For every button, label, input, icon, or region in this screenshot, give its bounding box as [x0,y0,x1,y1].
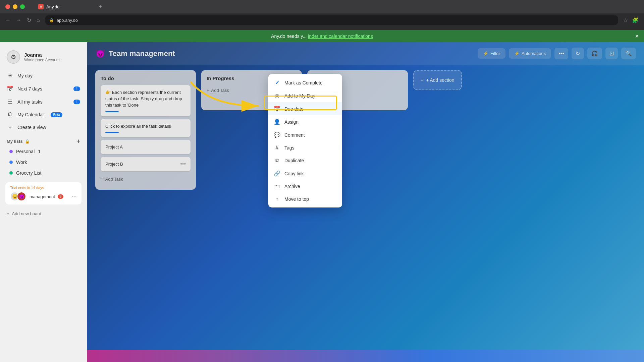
plus-icon: + [7,124,13,130]
menu-comment-label: Comment [284,132,305,138]
my-day-label: My day [17,73,33,78]
create-view-label: Create a view [17,125,46,130]
extensions-icon[interactable]: 🧩 [632,17,639,23]
add-list-button[interactable]: + [76,138,80,145]
trial-banner: Trial ends in 14 days 😊 😈 management 5 ⋯ [5,182,82,204]
app-container: ⚙ Joanna Workspace Account ☀ My day 📅 Ne… [0,42,644,362]
next-7-label: Next 7 days [17,86,42,92]
menu-assign-label: Assign [284,119,299,125]
calendar3-icon: 📅 [274,106,280,112]
menu-tags-label: Tags [284,145,294,150]
user-info: Joanna Workspace Account [24,52,60,62]
add-board-label: Add new board [12,211,41,216]
menu-item-copy-link[interactable]: 🔗 Copy link [268,167,342,180]
minimize-button[interactable] [13,4,17,9]
threads-options[interactable]: ⋯ [71,193,77,200]
menu-archive-label: Archive [284,184,300,189]
menu-mark-complete-label: Mark as Complete [284,80,323,85]
notif-link[interactable]: inder and calendar notifications [308,34,373,39]
notification-banner: Any.do needs y... inder and calendar not… [0,30,644,42]
threads-name: management [30,194,55,199]
menu-item-archive[interactable]: 🗃 Archive [268,180,342,193]
tab-favicon: A [38,4,44,9]
check-icon: ✓ [274,79,280,86]
maximize-button[interactable] [20,4,25,9]
menu-item-due-date[interactable]: 📅 Due date [268,102,342,115]
tasks-icon: ☰ [7,99,13,105]
address-bar-row: ← → ↻ ⌂ 🔒 app.any.do ☆ 🧩 [0,13,644,27]
title-bar: A Any.do + [0,0,644,13]
user-account: Workspace Account [24,58,60,62]
menu-copy-link-label: Copy link [284,171,304,176]
person-icon: 👤 [274,119,280,125]
close-button[interactable] [5,4,10,9]
browser-actions: ☆ 🧩 [623,17,639,23]
reload-button[interactable]: ↻ [27,17,31,23]
sidebar-item-create-view[interactable]: + Create a view [3,121,84,134]
browser-tab[interactable]: A Any.do [33,2,93,11]
notif-close-button[interactable]: × [635,33,639,40]
sidebar-item-my-day[interactable]: ☀ My day [3,69,84,82]
comment-icon: 💬 [274,132,280,138]
sidebar-item-next-7-days[interactable]: 📅 Next 7 days 1 [3,82,84,95]
tab-label: Any.do [46,4,60,9]
menu-due-date-label: Due date [284,106,304,112]
tag-icon: # [274,145,280,151]
sun2-icon: ◎ [274,93,280,99]
back-button[interactable]: ← [5,17,11,23]
user-name: Joanna [24,52,60,58]
my-lists-section: My lists 🔒 + [0,134,87,146]
threads-badge: 5 [58,194,64,199]
personal-badge: 1 [38,149,41,154]
menu-duplicate-label: Duplicate [284,158,304,163]
work-label: Work [16,160,27,165]
user-section[interactable]: ⚙ Joanna Workspace Account [0,48,87,69]
menu-item-duplicate[interactable]: ⧉ Duplicate [268,154,342,167]
all-tasks-label: All my tasks [17,99,43,105]
list-item-grocery[interactable]: Grocery List [3,168,84,178]
sidebar-item-calendar[interactable]: 🗓 My Calendar Beta [3,108,84,121]
home-button[interactable]: ⌂ [37,17,40,23]
gear-icon: ⚙ [11,53,16,61]
menu-item-move-top[interactable]: ↑ Move to top [268,193,342,205]
add-board-button[interactable]: + Add new board [0,208,87,219]
forward-button[interactable]: → [16,17,21,23]
bookmark-icon[interactable]: ☆ [623,17,628,23]
menu-item-comment[interactable]: 💬 Comment [268,128,342,141]
list-item-work[interactable]: Work [3,157,84,168]
add-board-plus-icon: + [7,211,9,216]
grocery-dot [9,171,13,175]
backdrop [87,42,644,362]
personal-label: Personal [16,149,35,154]
thread-avatar-2: 😈 [17,192,26,201]
context-menu: ✓ Mark as Complete ◎ Add to My Day 📅 Due… [268,74,342,207]
menu-item-tags[interactable]: # Tags [268,141,342,154]
duplicate-icon: ⧉ [274,158,280,164]
menu-item-mark-complete[interactable]: ✓ Mark as Complete [268,76,342,89]
sun-icon: ☀ [7,72,13,79]
notif-text: Any.do needs y... [271,34,307,39]
list-item-personal[interactable]: Personal 1 [3,146,84,157]
menu-move-top-label: Move to top [284,196,309,202]
menu-item-assign[interactable]: 👤 Assign [268,115,342,128]
move-up-icon: ↑ [274,196,280,202]
sidebar: ⚙ Joanna Workspace Account ☀ My day 📅 Ne… [0,42,87,362]
ssl-icon: 🔒 [49,18,54,22]
calendar-label: My Calendar [17,112,44,117]
my-lists-label: My lists [7,139,23,144]
sidebar-item-all-tasks[interactable]: ☰ All my tasks 1 [3,95,84,108]
threads-section: 😊 😈 management 5 ⋯ [10,192,77,201]
personal-dot [9,150,13,153]
threads-avatars: 😊 😈 [10,192,23,201]
calendar-icon: 📅 [7,85,13,92]
calendar2-icon: 🗓 [7,112,13,118]
address-bar[interactable]: 🔒 app.any.do [45,15,618,25]
new-tab-button[interactable]: + [96,2,105,12]
all-tasks-badge: 1 [73,100,80,104]
trial-text: Trial ends in 14 days [10,186,77,190]
main-content: 😈 Team management ⚡ Filter ⚡ Automations… [87,42,644,362]
beta-badge: Beta [51,112,62,117]
address-text: app.any.do [57,18,78,23]
work-dot [9,161,13,164]
menu-item-add-to-day[interactable]: ◎ Add to My Day [268,89,342,102]
